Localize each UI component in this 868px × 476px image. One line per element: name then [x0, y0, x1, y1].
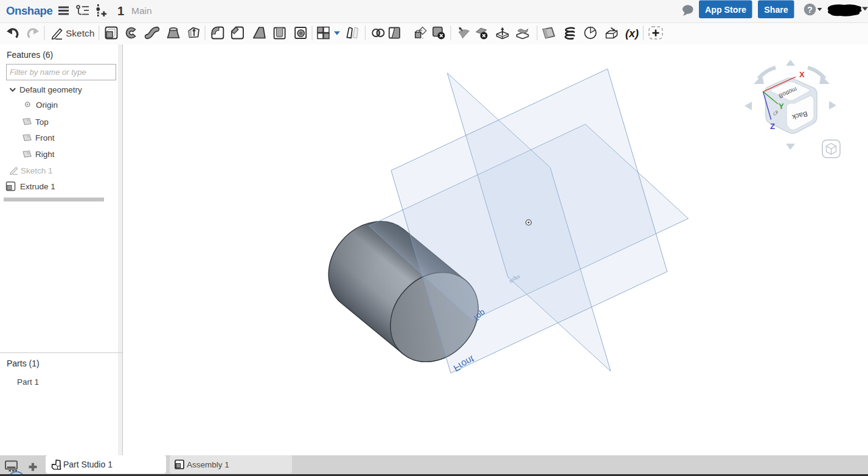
svg-text:Main: Main	[131, 5, 152, 16]
svg-text:Part Studio 1: Part Studio 1	[63, 460, 113, 469]
svg-text:Share: Share	[764, 5, 788, 15]
svg-text:Parts (1): Parts (1)	[7, 359, 40, 368]
svg-text:Default geometry: Default geometry	[19, 85, 82, 94]
svg-text:Front: Front	[35, 133, 55, 142]
svg-text:?: ?	[807, 5, 813, 15]
svg-text:Features (6): Features (6)	[7, 50, 53, 60]
svg-text:Z: Z	[770, 122, 775, 131]
svg-text:Right: Right	[35, 150, 55, 159]
svg-text:Y: Y	[779, 102, 784, 111]
svg-text:Top: Top	[35, 117, 49, 127]
svg-text:Sketch: Sketch	[66, 28, 94, 38]
svg-text:Onshape: Onshape	[6, 4, 52, 17]
svg-text:1: 1	[117, 4, 124, 18]
svg-text:App Store: App Store	[705, 5, 746, 15]
svg-text:Extrude 1: Extrude 1	[20, 182, 55, 191]
svg-text:Filter by name or type: Filter by name or type	[10, 68, 86, 77]
svg-text:(x): (x)	[625, 27, 639, 40]
svg-text:Part 1: Part 1	[17, 377, 39, 387]
svg-text:Origin: Origin	[36, 100, 58, 110]
svg-text:Sketch 1: Sketch 1	[21, 166, 53, 175]
svg-text:X: X	[799, 70, 805, 79]
svg-text:Assembly 1: Assembly 1	[187, 460, 229, 469]
